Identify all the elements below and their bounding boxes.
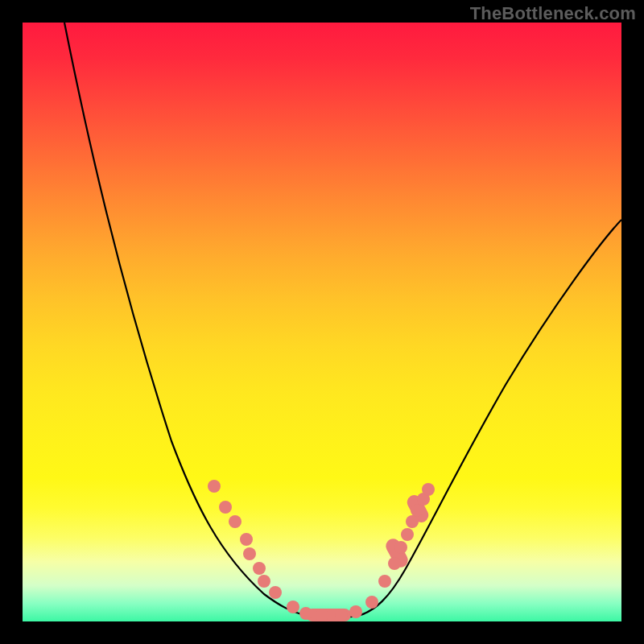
data-marker — [365, 596, 378, 609]
data-marker — [401, 528, 414, 541]
markers-group — [208, 480, 435, 621]
data-marker — [316, 609, 328, 621]
data-marker — [299, 607, 312, 620]
data-marker — [378, 575, 391, 588]
main-curve — [64, 23, 621, 617]
watermark-text: TheBottleneck.com — [470, 3, 636, 24]
data-marker — [229, 515, 242, 528]
data-marker — [335, 609, 348, 621]
data-marker — [243, 547, 256, 560]
data-marker — [269, 586, 282, 599]
data-marker — [258, 575, 270, 588]
data-marker — [287, 601, 299, 613]
chart-svg — [23, 23, 621, 621]
data-marker — [388, 557, 401, 570]
data-marker — [422, 483, 435, 496]
plot-area — [23, 23, 621, 621]
data-marker — [411, 504, 423, 517]
data-marker — [240, 533, 253, 546]
data-marker — [253, 562, 266, 575]
curve-group — [64, 23, 621, 617]
data-marker — [394, 541, 407, 554]
data-marker — [406, 515, 419, 528]
data-marker — [219, 501, 232, 514]
data-marker — [349, 605, 362, 618]
chart-frame: TheBottleneck.com — [0, 0, 644, 644]
data-marker — [208, 480, 221, 493]
